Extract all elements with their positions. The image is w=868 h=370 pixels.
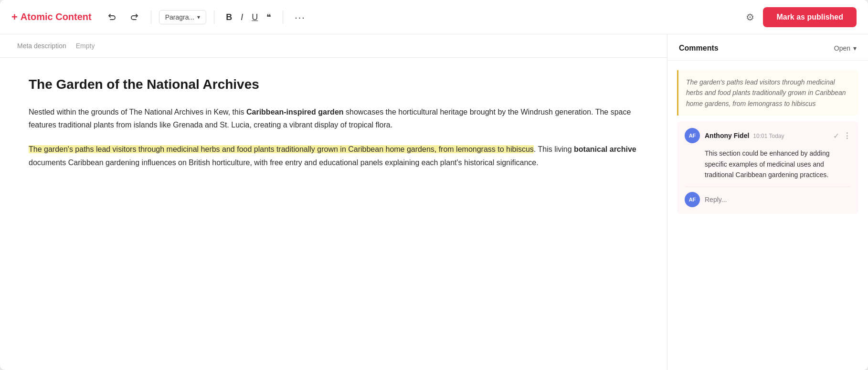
brand-plus-icon: + bbox=[11, 11, 18, 23]
comment-more-icon[interactable]: ⋮ bbox=[843, 131, 851, 140]
comment-body: This section could be enhanced by adding… bbox=[705, 148, 851, 180]
paragraph-1: Nestled within the grounds of The Nation… bbox=[29, 106, 638, 131]
redo-button[interactable] bbox=[126, 10, 143, 25]
comment-check-icon[interactable]: ✓ bbox=[833, 131, 839, 140]
meta-description-value: Empty bbox=[76, 42, 95, 50]
bold-button[interactable]: B bbox=[222, 10, 236, 24]
publish-button[interactable]: Mark as published bbox=[763, 7, 857, 27]
format-buttons: B I U ❝ bbox=[222, 10, 275, 24]
toolbar-divider-1 bbox=[151, 11, 151, 24]
paragraph-2: The garden's paths lead visitors through… bbox=[29, 143, 638, 169]
editor-panel: Meta description Empty The Garden of the… bbox=[0, 34, 667, 370]
brand-name: Atomic Content bbox=[21, 11, 92, 22]
app-window: + Atomic Content Paragra... ▾ B I U ❝ bbox=[0, 0, 868, 370]
comments-title: Comments bbox=[679, 44, 719, 53]
paragraph-style-label: Paragra... bbox=[165, 13, 194, 21]
paragraph-chevron-icon: ▾ bbox=[197, 14, 200, 21]
commenter-name: Anthony Fidel bbox=[705, 132, 749, 139]
toolbar: + Atomic Content Paragra... ▾ B I U ❝ bbox=[0, 0, 868, 34]
meta-description-label: Meta description bbox=[17, 42, 66, 50]
undo-button[interactable] bbox=[103, 10, 120, 25]
more-options-button[interactable]: ··· bbox=[291, 10, 309, 25]
comment-thread: AF Anthony Fidel 10:01 Today ✓ ⋮ This se… bbox=[677, 121, 858, 214]
comments-panel: Comments Open ▾ The garden's paths lead … bbox=[667, 34, 868, 370]
reply-input[interactable] bbox=[705, 196, 851, 203]
paragraph-2-end: documents Caribbean gardening influences… bbox=[29, 159, 539, 167]
italic-button[interactable]: I bbox=[237, 10, 247, 24]
comments-status-chevron-icon: ▾ bbox=[853, 44, 857, 52]
comments-status-label: Open bbox=[834, 44, 850, 52]
main-area: Meta description Empty The Garden of the… bbox=[0, 34, 868, 370]
paragraph-1-intro: Nestled within the grounds of The Nation… bbox=[29, 108, 246, 116]
quote-button[interactable]: ❝ bbox=[263, 10, 275, 24]
meta-bar: Meta description Empty bbox=[0, 34, 667, 58]
toolbar-divider-3 bbox=[283, 11, 283, 24]
avatar: AF bbox=[685, 128, 700, 143]
paragraph-2-rest: . This living bbox=[534, 145, 574, 153]
editor-content[interactable]: The Garden of the National Archives Nest… bbox=[0, 58, 667, 209]
comments-header: Comments Open ▾ bbox=[667, 34, 868, 61]
toolbar-divider-2 bbox=[214, 11, 214, 24]
reply-avatar: AF bbox=[685, 192, 700, 207]
brand-logo: + Atomic Content bbox=[11, 11, 92, 23]
comment-thread-header: AF Anthony Fidel 10:01 Today ✓ ⋮ bbox=[685, 128, 851, 143]
underline-button[interactable]: U bbox=[248, 10, 262, 24]
comment-meta: Anthony Fidel 10:01 Today bbox=[705, 132, 784, 139]
comment-actions: ✓ ⋮ bbox=[833, 131, 851, 140]
comments-status-dropdown[interactable]: Open ▾ bbox=[834, 44, 857, 52]
comment-time: 10:01 Today bbox=[753, 133, 784, 139]
settings-button[interactable]: ⚙ bbox=[743, 9, 757, 26]
paragraph-style-select[interactable]: Paragra... ▾ bbox=[159, 10, 206, 24]
paragraph-2-highlight: The garden's paths lead visitors through… bbox=[29, 145, 534, 153]
paragraph-2-bold: botanical archive bbox=[574, 145, 636, 153]
comment-highlighted-text: The garden's paths lead visitors through… bbox=[686, 77, 851, 109]
reply-area: AF bbox=[685, 187, 851, 207]
article-heading: The Garden of the National Archives bbox=[29, 77, 638, 92]
comment-highlight-block: The garden's paths lead visitors through… bbox=[677, 70, 858, 116]
paragraph-1-bold: Caribbean-inspired garden bbox=[246, 108, 344, 116]
